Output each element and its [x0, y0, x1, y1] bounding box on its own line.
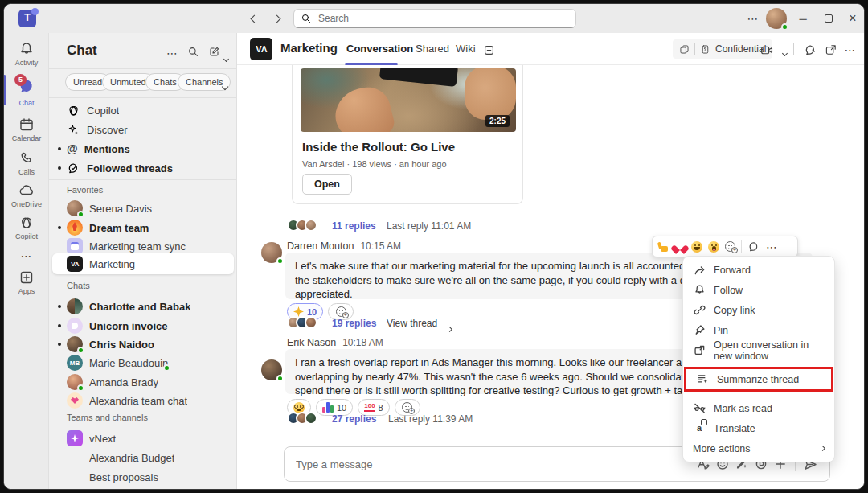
- section-label-teams-and-channels[interactable]: Teams and channels: [67, 413, 148, 422]
- menu-item-pin[interactable]: Pin: [683, 320, 834, 340]
- unicorn-avatar: [67, 318, 83, 334]
- link-icon: [693, 304, 706, 317]
- sidebar-title: Chat: [67, 43, 97, 59]
- new-chat-button[interactable]: [208, 46, 220, 58]
- message-more-options-button[interactable]: ⋯: [766, 241, 778, 253]
- phone-icon: [4, 150, 49, 166]
- menu-item-summarize-thread[interactable]: Summarize thread: [686, 369, 831, 389]
- presence-available-icon: [781, 23, 788, 31]
- rail-item-onedrive[interactable]: OneDrive: [4, 183, 49, 208]
- meet-camera-icon[interactable]: [758, 41, 776, 59]
- avatar: [67, 374, 83, 390]
- laughing-emoji-icon[interactable]: [691, 241, 702, 253]
- menu-item-copy-link[interactable]: Copy link: [683, 300, 834, 320]
- sender-name[interactable]: Darren Mouton: [287, 240, 354, 252]
- close-button[interactable]: ×: [841, 9, 864, 28]
- titlebar: ⋯ ─ ×: [4, 4, 864, 33]
- menu-item-forward[interactable]: Forward: [683, 260, 834, 280]
- user-avatar[interactable]: [766, 8, 787, 29]
- sidebar-item-marie-beaudouin[interactable]: MB Marie Beaudouin: [52, 353, 234, 372]
- video-thumbnail[interactable]: 2:25: [301, 68, 516, 132]
- team-logo[interactable]: VΛ: [250, 38, 272, 60]
- sidebar-item-chris-naidoo[interactable]: Chris Naidoo: [52, 335, 234, 354]
- rail-item-apps[interactable]: Apps: [4, 269, 49, 295]
- open-in-window-icon[interactable]: [822, 41, 840, 59]
- filters-chevron-icon[interactable]: [223, 78, 227, 92]
- avatar: [67, 336, 83, 352]
- add-reaction-icon[interactable]: +: [725, 241, 735, 252]
- sidebar-item-mentions[interactable]: @ Mentions: [52, 139, 234, 158]
- replies-link[interactable]: 19 replies: [332, 318, 376, 329]
- menu-item-translate[interactable]: Translate: [683, 418, 834, 438]
- view-thread-chevron-icon[interactable]: [448, 320, 452, 335]
- sidebar-item-serena-davis[interactable]: Serena Davis: [52, 199, 234, 218]
- menu-item-follow[interactable]: Follow: [683, 280, 834, 300]
- sidebar-item-amanda-brady[interactable]: Amanda Brady: [52, 372, 234, 392]
- video-title[interactable]: Inside the Rollout: Go Live: [302, 140, 455, 154]
- channel-more-button[interactable]: ⋯: [841, 41, 859, 59]
- open-video-button[interactable]: Open: [302, 174, 352, 195]
- sender-avatar[interactable]: [261, 359, 282, 380]
- unread-dot: [58, 343, 61, 346]
- sender-avatar[interactable]: [261, 242, 282, 263]
- chat-search-icon[interactable]: [187, 46, 199, 58]
- rail-item-calls[interactable]: Calls: [4, 150, 49, 176]
- tab-conversation[interactable]: Conversation: [346, 43, 413, 55]
- titlebar-more-button[interactable]: ⋯: [742, 9, 764, 28]
- search-bar[interactable]: [293, 9, 576, 28]
- minimize-button[interactable]: ─: [792, 9, 814, 28]
- unread-dot: [58, 226, 61, 229]
- participant-avatar: [305, 316, 317, 329]
- menu-item-more-actions[interactable]: More actions: [683, 438, 834, 458]
- sidebar-item-marketing[interactable]: VΛ Marketing: [52, 253, 234, 274]
- rail-item-calendar[interactable]: Calendar: [4, 117, 49, 142]
- message-context-menu: Forward Follow Copy link Pin Open conver…: [682, 256, 835, 462]
- section-label-chats[interactable]: Chats: [67, 281, 90, 290]
- search-input[interactable]: [317, 12, 569, 25]
- sidebar-item-unicorn-invoice[interactable]: Unicorn invoice: [52, 316, 234, 335]
- section-label-favorites[interactable]: Favorites: [67, 185, 103, 195]
- menu-item-mark-as-read[interactable]: Mark as read: [683, 398, 834, 418]
- rail-item-activity[interactable]: Activity: [4, 41, 49, 67]
- surprised-emoji-icon[interactable]: [708, 241, 719, 253]
- chat-filter-menu-button[interactable]: ⋯: [166, 46, 178, 60]
- tab-wiki[interactable]: Wiki: [456, 43, 476, 55]
- add-tab-button[interactable]: [480, 41, 497, 59]
- new-chat-chevron-icon[interactable]: [224, 50, 228, 64]
- back-button[interactable]: [245, 10, 263, 27]
- sidebar-item-alexandria-budget[interactable]: Alexandria Budget: [52, 448, 234, 467]
- presence-available-icon: [163, 364, 170, 372]
- sender-name[interactable]: Erik Nason: [287, 337, 336, 348]
- forward-button[interactable]: [268, 10, 285, 27]
- meet-chevron-icon[interactable]: [776, 44, 793, 62]
- copilot-icon: [4, 215, 49, 231]
- apps-plus-icon: [4, 269, 49, 286]
- sidebar-item-copilot[interactable]: Copilot: [52, 101, 234, 120]
- heart-arrow-avatar: [67, 392, 83, 409]
- rail-item-copilot[interactable]: Copilot: [4, 215, 49, 240]
- thread-bubble-icon[interactable]: [801, 41, 819, 59]
- sidebar-item-dream-team[interactable]: Dream team: [52, 218, 234, 237]
- menu-item-open-in-new-window[interactable]: Open conversation in new window: [683, 340, 834, 360]
- thread-participants: [287, 412, 317, 425]
- tab-shared[interactable]: Shared: [416, 43, 449, 55]
- rail-more-apps-button[interactable]: ⋯: [4, 249, 49, 263]
- sidebar-item-followed-threads[interactable]: Followed threads: [52, 158, 234, 178]
- sidebar-item-alexandria-team-chat[interactable]: Alexandria team chat: [52, 391, 234, 410]
- unread-dot: [58, 147, 61, 150]
- sidebar-item-best-proposals[interactable]: Best proposals: [52, 467, 234, 487]
- sidebar-item-charlotte-and-babak[interactable]: Charlotte and Babak: [52, 297, 234, 316]
- sidebar-item-vnext[interactable]: vNext: [52, 429, 234, 448]
- team-name[interactable]: Marketing: [280, 41, 338, 55]
- maximize-button[interactable]: [817, 9, 840, 28]
- sidebar-item-discover[interactable]: Discover: [52, 120, 234, 139]
- heart-emoji-icon[interactable]: [674, 241, 686, 252]
- sparkle-icon: [67, 123, 80, 137]
- thumbs-up-emoji-icon[interactable]: [657, 241, 669, 253]
- view-thread-link[interactable]: View thread: [387, 318, 437, 329]
- replies-link[interactable]: 11 replies: [332, 220, 376, 232]
- replies-link[interactable]: 27 replies: [332, 413, 376, 425]
- reply-in-thread-icon[interactable]: [747, 240, 760, 253]
- rail-item-chat[interactable]: 5 Chat: [4, 78, 49, 107]
- message-input[interactable]: [294, 458, 694, 471]
